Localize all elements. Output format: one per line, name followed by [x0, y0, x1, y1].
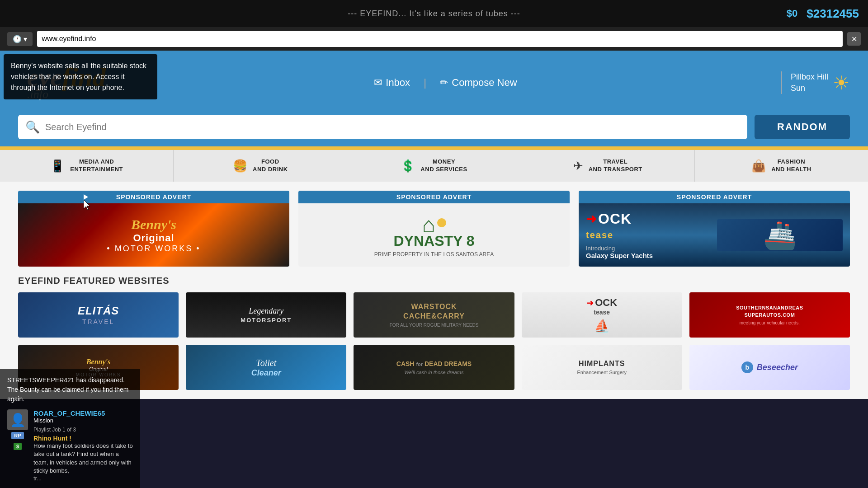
cat-food-drink[interactable]: 🍔 FOODAND DRINK [174, 150, 347, 182]
weather-condition: Sun [791, 83, 828, 94]
random-button[interactable]: RANDOM [755, 115, 850, 139]
compose-icon: ✏ [440, 77, 448, 89]
travel-icon: ✈ [573, 159, 583, 173]
money-main: $2312455 [807, 7, 859, 21]
notification-username: ROAR_OF_CHEWIE65 [33, 409, 133, 417]
featured-legendary[interactable]: Legendary MOTORSPORT [186, 292, 346, 338]
featured-docktease2[interactable]: ➜ OCK tease ⛵ [522, 292, 682, 338]
sponsored-dynasty8[interactable]: SPONSORED ADVERT ⌂ DYNASTY 8 PRIME PROPE… [298, 191, 570, 267]
featured-toilet[interactable]: Toilet Cleaner [186, 345, 346, 390]
compose-link[interactable]: ✏ Compose New [440, 77, 517, 89]
featured-elitas[interactable]: ELITÁS TRAVEL [18, 292, 179, 338]
ellipsis: tr... [33, 475, 133, 482]
ticker-text: --- EYEFIND... It's like a series of tub… [348, 9, 520, 19]
mission-description: How many foot soldiers does it take to t… [33, 442, 133, 475]
inbox-label: Inbox [386, 77, 410, 89]
top-bar: --- EYEFIND... It's like a series of tub… [0, 0, 868, 27]
bennys-ad-image: Benny's Original • MOTOR WORKS • [18, 203, 289, 267]
search-icon: 🔍 [25, 120, 40, 134]
featured-warstock[interactable]: WARSTOCKCACHE&CARRY FOR ALL YOUR ROGUE M… [354, 292, 514, 338]
fashion-icon: 👜 [751, 159, 766, 173]
money-zero: $0 [787, 8, 797, 19]
sponsored-label-3: SPONSORED ADVERT [579, 191, 850, 203]
money-badge: $ [14, 443, 22, 450]
cat-fashion-health[interactable]: 👜 FASHIONAND HEALTH [695, 150, 868, 182]
url-input[interactable] [42, 35, 838, 43]
search-box: 🔍 [18, 115, 747, 139]
featured-himplants[interactable]: HIMPLANTS Enhancement Surgery [522, 345, 682, 390]
sponsored-bennys[interactable]: SPONSORED ADVERT Benny's Original • MOTO… [18, 191, 289, 267]
sponsored-label-2: SPONSORED ADVERT [298, 191, 570, 203]
bounty-notification: STREETSWEEPER421 has disappeared. The Bo… [7, 375, 133, 404]
inbox-link[interactable]: ✉ Inbox [374, 77, 410, 89]
money-display: $0 $2312455 [787, 7, 859, 21]
mission-title: Rhino Hunt ! [33, 435, 133, 442]
dynasty8-ad-image: ⌂ DYNASTY 8 PRIME PROPERTY IN THE LOS SA… [298, 203, 570, 267]
weather-block: Pillbox Hill Sun ☀ [776, 71, 850, 94]
docktease-ad-image: ➜ OCK tease Introducing Galaxy Super Yac… [579, 203, 850, 267]
url-bar: 🕐 ▾ ✕ [0, 27, 868, 51]
weather-location: Pillbox Hill [791, 71, 828, 83]
playlist-info: Playlist Job 1 of 3 [33, 427, 133, 433]
inbox-icon: ✉ [374, 77, 382, 89]
weather-divider [781, 71, 782, 94]
notification-role: Mission [33, 417, 133, 424]
avatar-icon: 👤 [10, 413, 26, 427]
notification-panel: STREETSWEEPER421 has disappeared. The Bo… [0, 369, 140, 488]
tooltip: Benny's website sells all the suitable s… [4, 54, 157, 99]
nav-links: ✉ Inbox | ✏ Compose New [374, 76, 517, 89]
sponsored-row: SPONSORED ADVERT Benny's Original • MOTO… [18, 191, 850, 267]
sponsored-docktease[interactable]: SPONSORED ADVERT ➜ OCK tease Introducing… [579, 191, 850, 267]
featured-southern[interactable]: SOUTHERNSANANDREASSUPERAUTOS.COM meeting… [689, 292, 850, 338]
featured-cash[interactable]: CASH for DEAD DREAMS We'll cash in those… [354, 345, 514, 390]
notification-content: ROAR_OF_CHEWIE65 Mission Playlist Job 1 … [33, 409, 133, 482]
url-close-button[interactable]: ✕ [847, 32, 861, 46]
url-input-wrap [37, 31, 843, 47]
media-icon: 📱 [50, 159, 65, 173]
category-nav: 📱 MEDIA ANDENTERTAINMENT 🍔 FOODAND DRINK… [0, 150, 868, 182]
food-icon: 🍔 [233, 159, 247, 173]
user-avatar: 👤 [7, 409, 28, 430]
sponsored-label-1: SPONSORED ADVERT [18, 191, 289, 203]
page-wrapper: --- EYEFIND... It's like a series of tub… [0, 0, 868, 488]
money-icon: 💲 [401, 159, 415, 173]
featured-beseecher[interactable]: b Beseecher [689, 345, 850, 390]
main-content: SPONSORED ADVERT Benny's Original • MOTO… [0, 182, 868, 399]
search-input[interactable] [45, 122, 740, 132]
cat-money-services[interactable]: 💲 MONEYAND SERVICES [347, 150, 521, 182]
cat-travel-transport[interactable]: ✈ TRAVELAND TRANSPORT [521, 150, 695, 182]
featured-title: EYEFIND FEATURED WEBSITES [18, 276, 850, 286]
history-button[interactable]: 🕐 ▾ [7, 32, 33, 46]
featured-grid: ELITÁS TRAVEL Legendary MOTORSPORT WARST… [18, 292, 850, 390]
cat-media-entertainment[interactable]: 📱 MEDIA ANDENTERTAINMENT [0, 150, 174, 182]
sun-icon: ☀ [833, 72, 850, 94]
yellow-divider [0, 146, 868, 150]
browser-area: Benny's website sells all the suitable s… [0, 51, 868, 399]
user-notification: 👤 RP $ ROAR_OF_CHEWIE65 Mission Playlist… [7, 409, 133, 482]
search-row: 🔍 RANDOM [0, 106, 868, 146]
compose-label: Compose New [452, 77, 517, 89]
rp-badge: RP [11, 432, 24, 439]
